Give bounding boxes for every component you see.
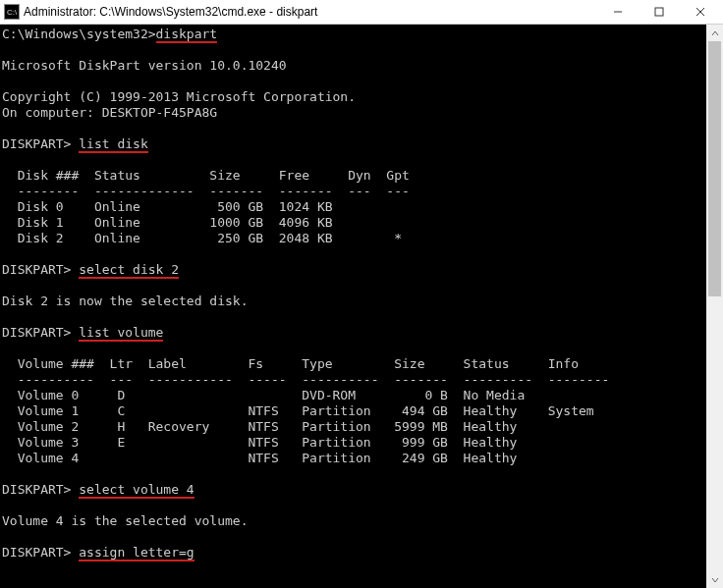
path-prompt: C:\Windows\system32> [2, 27, 156, 41]
diskpart-prompt: DISKPART> [2, 545, 79, 560]
vol-row: Volume 0 D DVD-ROM 0 B No Media [2, 388, 525, 402]
cmd-select-volume: select volume 4 [79, 482, 194, 499]
scroll-track[interactable] [706, 41, 723, 571]
vol-selected-msg: Volume 4 is the selected volume. [2, 513, 248, 528]
scroll-up-button[interactable] [706, 25, 723, 41]
cmd-list-volume: list volume [79, 325, 163, 342]
on-computer-line: On computer: DESKTOP-F45PA8G [2, 105, 217, 120]
disk-header: Disk ### Status Size Free Dyn Gpt [2, 168, 410, 183]
cmd-list-disk: list disk [79, 136, 147, 153]
disk-selected-msg: Disk 2 is now the selected disk. [2, 294, 248, 308]
vol-row: Volume 2 H Recovery NTFS Partition 5999 … [2, 419, 517, 434]
scroll-thumb[interactable] [708, 41, 721, 296]
minimize-button[interactable] [597, 0, 639, 24]
diskpart-prompt: DISKPART> [2, 482, 79, 497]
client-area: C:\Windows\system32>diskpart Microsoft D… [0, 25, 723, 588]
vol-row: Volume 1 C NTFS Partition 494 GB Healthy… [2, 403, 594, 418]
scroll-down-button[interactable] [706, 571, 723, 588]
vol-row: Volume 3 E NTFS Partition 999 GB Healthy [2, 435, 517, 450]
vertical-scrollbar[interactable] [706, 25, 723, 588]
terminal-output[interactable]: C:\Windows\system32>diskpart Microsoft D… [0, 25, 706, 588]
cmd-assign-letter: assign letter=g [79, 545, 194, 561]
titlebar[interactable]: C:\ Administrator: C:\Windows\System32\c… [0, 0, 723, 25]
cmd-icon: C:\ [4, 4, 20, 20]
disk-row: Disk 0 Online 500 GB 1024 KB [2, 199, 333, 214]
disk-row: Disk 2 Online 250 GB 2048 KB * [2, 231, 402, 245]
cmd-diskpart: diskpart [156, 27, 218, 43]
vol-row: Volume 4 NTFS Partition 249 GB Healthy [2, 451, 517, 465]
disk-divider: -------- ------------- ------- ------- -… [2, 184, 410, 198]
close-button[interactable] [680, 0, 721, 24]
maximize-button[interactable] [639, 0, 680, 24]
version-line: Microsoft DiskPart version 10.0.10240 [2, 58, 287, 73]
vol-header: Volume ### Ltr Label Fs Type Size Status… [2, 356, 579, 371]
diskpart-prompt: DISKPART> [2, 262, 79, 277]
window-title: Administrator: C:\Windows\System32\cmd.e… [24, 5, 597, 19]
disk-row: Disk 1 Online 1000 GB 4096 KB [2, 215, 333, 230]
diskpart-prompt: DISKPART> [2, 136, 79, 151]
cmd-select-disk: select disk 2 [79, 262, 179, 279]
svg-rect-1 [655, 8, 663, 16]
diskpart-prompt: DISKPART> [2, 325, 79, 340]
cmd-window: C:\ Administrator: C:\Windows\System32\c… [0, 0, 723, 588]
copyright-line: Copyright (C) 1999-2013 Microsoft Corpor… [2, 89, 356, 104]
vol-divider: ---------- --- ----------- ----- -------… [2, 372, 609, 387]
